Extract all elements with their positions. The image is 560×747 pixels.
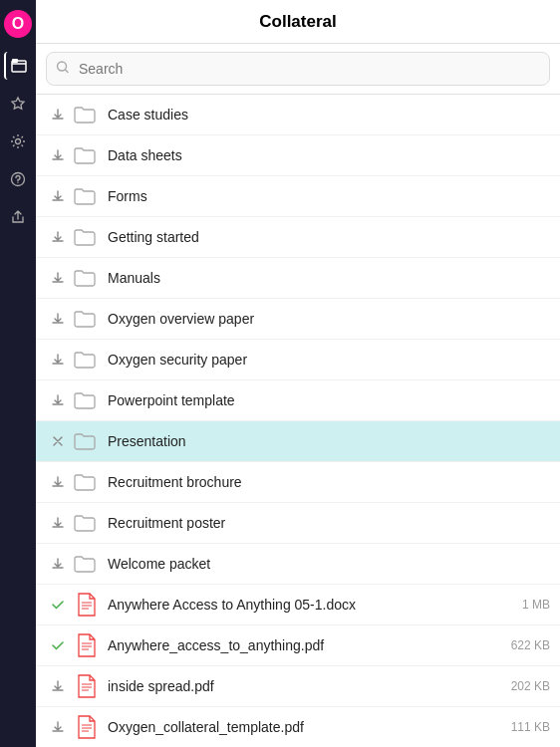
header: Collateral xyxy=(36,0,560,44)
item-size: 202 KB xyxy=(511,679,550,693)
search-bar xyxy=(36,44,560,95)
folder-icon xyxy=(74,554,100,574)
sidebar xyxy=(0,0,36,747)
file-icon xyxy=(74,591,100,619)
download-icon[interactable] xyxy=(46,557,70,571)
item-label: Case studies xyxy=(108,107,550,123)
svg-point-4 xyxy=(17,182,18,183)
folder-icon xyxy=(74,390,100,410)
download-icon[interactable] xyxy=(46,679,70,693)
search-icon xyxy=(56,61,70,78)
download-icon[interactable] xyxy=(46,271,70,285)
share-nav-icon[interactable] xyxy=(4,203,32,231)
item-label: Getting started xyxy=(108,229,550,245)
list-item[interactable]: Data sheets xyxy=(36,135,560,176)
main-content: Collateral Case studies Data sheets xyxy=(36,0,560,747)
item-label: Powerpoint template xyxy=(108,392,550,408)
list-item[interactable]: Recruitment poster xyxy=(36,503,560,544)
settings-nav-icon[interactable] xyxy=(4,127,32,155)
item-label: Oxygen overview paper xyxy=(108,311,550,327)
files-nav-icon[interactable] xyxy=(4,52,32,80)
list-item[interactable]: Case studies xyxy=(36,95,560,135)
item-label: Anywhere_access_to_anything.pdf xyxy=(108,637,503,653)
folder-icon xyxy=(74,309,100,329)
download-icon[interactable] xyxy=(46,148,70,162)
item-label: Welcome packet xyxy=(108,556,550,572)
list-item[interactable]: Getting started xyxy=(36,217,560,258)
download-icon[interactable] xyxy=(46,393,70,407)
download-icon[interactable] xyxy=(46,475,70,489)
list-item[interactable]: Oxygen_collateral_template.pdf111 KB xyxy=(36,707,560,747)
folder-icon xyxy=(74,513,100,533)
svg-rect-1 xyxy=(12,59,18,63)
download-icon[interactable] xyxy=(46,516,70,530)
list-item[interactable]: Oxygen overview paper xyxy=(36,299,560,340)
item-label: Data sheets xyxy=(108,147,550,163)
download-icon[interactable] xyxy=(46,312,70,326)
folder-icon xyxy=(74,105,100,124)
folder-icon xyxy=(74,350,100,370)
check-icon[interactable] xyxy=(46,638,70,652)
favorites-nav-icon[interactable] xyxy=(4,90,32,118)
download-icon[interactable] xyxy=(46,189,70,203)
svg-point-2 xyxy=(16,139,21,144)
item-label: inside spread.pdf xyxy=(108,678,503,694)
list-item[interactable]: Recruitment brochure xyxy=(36,462,560,503)
file-icon xyxy=(74,713,100,741)
help-nav-icon[interactable] xyxy=(4,165,32,193)
list-item[interactable]: inside spread.pdf202 KB xyxy=(36,666,560,707)
folder-icon xyxy=(74,431,100,451)
download-icon[interactable] xyxy=(46,720,70,734)
folder-icon xyxy=(74,186,100,206)
item-size: 1 MB xyxy=(522,598,550,612)
folder-icon xyxy=(74,227,100,247)
search-input[interactable] xyxy=(46,52,550,86)
item-label: Presentation xyxy=(108,433,550,449)
close-icon[interactable] xyxy=(46,434,70,448)
file-list: Case studies Data sheets Forms Getting s… xyxy=(36,95,560,747)
item-label: Oxygen_collateral_template.pdf xyxy=(108,719,503,735)
download-icon[interactable] xyxy=(46,108,70,122)
download-icon[interactable] xyxy=(46,353,70,367)
item-label: Oxygen security paper xyxy=(108,352,550,368)
item-size: 622 KB xyxy=(511,638,550,652)
item-label: Forms xyxy=(108,188,550,204)
download-icon[interactable] xyxy=(46,230,70,244)
item-label: Anywhere Access to Anything 05-1.docx xyxy=(108,597,514,613)
item-label: Recruitment poster xyxy=(108,515,550,531)
list-item[interactable]: Anywhere_access_to_anything.pdf622 KB xyxy=(36,625,560,666)
list-item[interactable]: Welcome packet xyxy=(36,544,560,585)
folder-icon xyxy=(74,268,100,288)
check-icon[interactable] xyxy=(46,598,70,612)
folder-icon xyxy=(74,145,100,165)
list-item[interactable]: Manuals xyxy=(36,258,560,299)
item-size: 111 KB xyxy=(511,720,550,734)
list-item[interactable]: Presentation xyxy=(36,421,560,462)
app-logo[interactable] xyxy=(4,10,32,38)
item-label: Recruitment brochure xyxy=(108,474,550,490)
list-item[interactable]: Anywhere Access to Anything 05-1.docx1 M… xyxy=(36,585,560,625)
list-item[interactable]: Oxygen security paper xyxy=(36,340,560,380)
list-item[interactable]: Forms xyxy=(36,176,560,217)
file-icon xyxy=(74,631,100,659)
list-item[interactable]: Powerpoint template xyxy=(36,380,560,421)
item-label: Manuals xyxy=(108,270,550,286)
search-wrapper xyxy=(46,52,550,86)
folder-icon xyxy=(74,472,100,492)
file-icon xyxy=(74,672,100,700)
page-title: Collateral xyxy=(259,12,336,32)
